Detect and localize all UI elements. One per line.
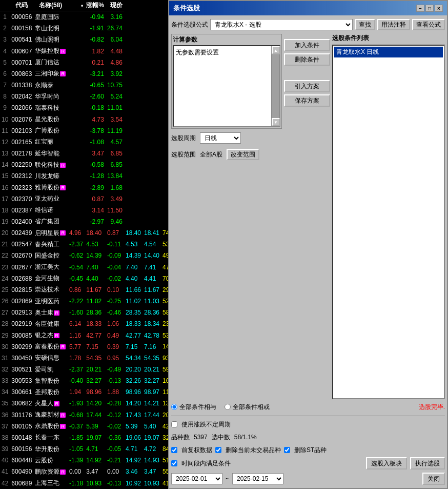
current-price: 4.86	[106, 57, 124, 68]
table-row[interactable]: 24 002688 金河生物 -0.45 4.40 -0.02 4.40 4.4…	[0, 273, 168, 284]
col-header-price: 现价	[106, 0, 124, 11]
table-row[interactable]: 30 300299 富春股份R 5.77 7.15 0.39 7.15 7.16…	[0, 341, 168, 353]
current-price: 14.20	[85, 398, 106, 409]
find-button[interactable]: 查找	[355, 19, 375, 30]
scroll-up-arrow[interactable]: ▲	[272, 46, 280, 54]
delete-condition-button[interactable]: 删除条件	[284, 53, 330, 66]
table-row[interactable]: 37 600105 永鼎股份R -0.37 5.39 -0.02 5.39 5.…	[0, 421, 168, 432]
radio-and-label: 全部条件相与	[179, 403, 216, 412]
radio-all-and[interactable]	[171, 404, 177, 410]
table-row[interactable]: 16 002323 雅博股份R -2.89 1.68	[0, 182, 168, 193]
end-date-select[interactable]: 2025-02-15	[232, 473, 283, 484]
table-row[interactable]: 20 002439 启明星辰R 4.96 18.40 0.87 18.40 18…	[0, 227, 168, 239]
table-row[interactable]: 10 002076 星光股份 4.73 3.54	[0, 113, 168, 125]
ask-price: 42.78	[142, 329, 161, 341]
view-formula-button[interactable]: 查看公式	[412, 19, 445, 30]
ask-price: 7.41	[142, 262, 161, 273]
conditions-list-label: 选股条件列表	[332, 34, 445, 43]
save-plan-button[interactable]: 保存方案	[284, 94, 330, 107]
table-row[interactable]: 1 000056 皇庭国际 -0.94 3.16	[0, 11, 168, 23]
row-num: 23	[0, 262, 10, 273]
scroll-down-arrow[interactable]: ▼	[272, 118, 280, 126]
table-row[interactable]: 7 001338 永顺泰 -0.65 10.75	[0, 80, 168, 91]
import-plan-button[interactable]: 引入方案	[284, 80, 330, 92]
pre-adj-checkbox[interactable]	[171, 447, 177, 453]
table-row[interactable]: 23 002677 浙江美大 -0.54 7.40 -0.04 7.40 7.4…	[0, 262, 168, 273]
col-header-pct: 涨幅%	[85, 0, 106, 11]
condition-item[interactable]: 青龙取水X 日线	[334, 47, 443, 57]
usage-button[interactable]: 用法注释	[377, 19, 410, 30]
pct-change: -1.85	[68, 432, 85, 443]
execute-select-button[interactable]: 执行选股	[410, 457, 445, 470]
table-row[interactable]: 8 002042 华孚时尚 -2.60 5.24	[0, 91, 168, 102]
table-row[interactable]: 13 002178 延华智能 3.47 6.85	[0, 148, 168, 159]
table-row[interactable]: 29 300085 银之杰R 1.16 42.77 0.49 42.77 42.…	[0, 329, 168, 341]
period-select[interactable]: 日线	[200, 132, 241, 144]
table-row[interactable]: 31 300450 安硕信息 1.78 54.35 0.95 54.34 54.…	[0, 353, 168, 364]
table-row[interactable]: 28 002919 名臣健康 6.14 18.33 1.06 18.33 18.…	[0, 318, 168, 329]
pct-change: -0.37	[68, 421, 85, 432]
table-row[interactable]: 34 300661 圣邦股份 1.94 98.96 1.88 98.96 98.…	[0, 386, 168, 398]
ask-price: 5.40	[142, 421, 161, 432]
start-date-select[interactable]: 2025-02-01	[171, 473, 222, 484]
col-header-name: 名称(58)	[33, 0, 68, 11]
table-row[interactable]: 41 600490 鹏欣资源R 0.00 3.47 0.00 3.46 3.47…	[0, 466, 168, 477]
volume: 743588	[161, 227, 168, 239]
table-row[interactable]: 27 002913 奥士康R -1.60 28.36 -0.46 28.35 2…	[0, 307, 168, 318]
table-row[interactable]: 17 002370 亚太药业 0.87 3.49	[0, 193, 168, 205]
table-row[interactable]: 39 600156 华升股份 -1.05 4.71 -0.05 4.71 4.7…	[0, 443, 168, 455]
volume: 20306	[161, 409, 168, 421]
pct-change: 4.73	[85, 113, 106, 125]
table-row[interactable]: 15 002312 川发龙蟒 -1.28 13.84	[0, 170, 168, 182]
table-row[interactable]: 38 600148 长春一东 -1.85 19.07 -0.36 19.06 1…	[0, 432, 168, 443]
close-button[interactable]: ×	[435, 5, 443, 12]
stock-name: 广博股份	[33, 125, 68, 136]
table-row[interactable]: 21 002547 春兴精工 -2.37 4.53 -0.11 4.53 4.5…	[0, 239, 168, 250]
stock-name: 浙江美大	[33, 262, 68, 273]
table-row[interactable]: 40 600448 云股份 -1.39 14.92 -0.21 14.92 14…	[0, 455, 168, 466]
pct-change: -1.91	[85, 23, 106, 34]
select-into-block-button[interactable]: 选股入板块	[366, 457, 407, 470]
maximize-button[interactable]: □	[425, 5, 434, 12]
minimize-button[interactable]: −	[416, 5, 424, 12]
radio-all-or[interactable]	[225, 404, 231, 410]
del-untrade-checkbox[interactable]	[215, 447, 221, 453]
del-st-checkbox[interactable]	[284, 447, 290, 453]
surge-period-checkbox[interactable]	[171, 421, 177, 427]
table-row[interactable]: 36 301176 逸豪新材R -0.68 17.44 -0.12 17.43 …	[0, 409, 168, 421]
table-row[interactable]: 2 000158 常山北明 -1.91 26.74	[0, 23, 168, 34]
table-row[interactable]: 5 000701 厦门信达 0.21 4.86	[0, 57, 168, 68]
table-row[interactable]: 35 300682 火星人R -1.93 14.20 -0.28 14.20 1…	[0, 398, 168, 409]
table-row[interactable]: 42 600689 上海三毛 -1.18 10.93 -0.13 10.92 1…	[0, 477, 168, 489]
table-row[interactable]: 33 300553 集智股份 -0.40 32.27 -0.13 32.26 3…	[0, 375, 168, 386]
table-row[interactable]: 19 002400 省广集团 -2.97 9.46	[0, 216, 168, 227]
table-row[interactable]: 6 000863 三湘印象R -3.21 3.92	[0, 68, 168, 80]
pct-dot	[68, 34, 85, 45]
table-row[interactable]: 9 002066 瑞泰科技 -0.18 11.01	[0, 102, 168, 113]
del-untrade-row: 删除当前未交易品种	[215, 445, 281, 455]
close-dialog-button[interactable]: 关闭	[422, 473, 445, 485]
table-row[interactable]: 22 002670 国盛金控 -0.62 14.39 -0.09 14.39 1…	[0, 250, 168, 261]
current-price: 3.92	[106, 68, 124, 80]
ask-price: 10.93	[142, 477, 161, 489]
time-range-checkbox[interactable]	[171, 460, 177, 466]
params-scrollbar[interactable]: ▲ ▼	[271, 46, 279, 126]
table-row[interactable]: 32 300521 爱司凯 -2.37 20.21 -0.49 20.20 20…	[0, 364, 168, 375]
table-row[interactable]: 4 000607 华媒控股R 1.82 4.48	[0, 46, 168, 57]
ask-price: 4.54	[142, 239, 161, 250]
stock-code: 300450	[10, 353, 33, 364]
stock-name: 皇庭国际	[33, 11, 68, 23]
select-done-text[interactable]: 选股完毕.	[419, 403, 445, 412]
table-row[interactable]: 26 002869 亚明医药 -2.22 11.02 -0.25 11.02 1…	[0, 296, 168, 307]
table-row[interactable]: 14 002250 联化科技R -0.58 6.85	[0, 159, 168, 170]
table-row[interactable]: 11 002103 广博股份 -3.78 11.19	[0, 125, 168, 136]
formula-select[interactable]: 青龙取水X - 选股	[210, 19, 353, 30]
pct-change: -0.68	[68, 409, 85, 421]
change-range-button[interactable]: 改变范围	[227, 149, 259, 160]
add-condition-button[interactable]: 加入条件	[284, 39, 330, 51]
table-row[interactable]: 3 000541 佛山照明 -0.82 6.04	[0, 34, 168, 45]
params-box: 无参数需要设置 ▲ ▼	[173, 45, 280, 127]
table-row[interactable]: 25 002815 崇达技术 0.86 11.67 0.10 11.66 11.…	[0, 284, 168, 296]
table-row[interactable]: 18 002387 维信诺 3.14 11.50	[0, 205, 168, 216]
table-row[interactable]: 12 002165 红宝丽 -1.08 4.57	[0, 136, 168, 148]
